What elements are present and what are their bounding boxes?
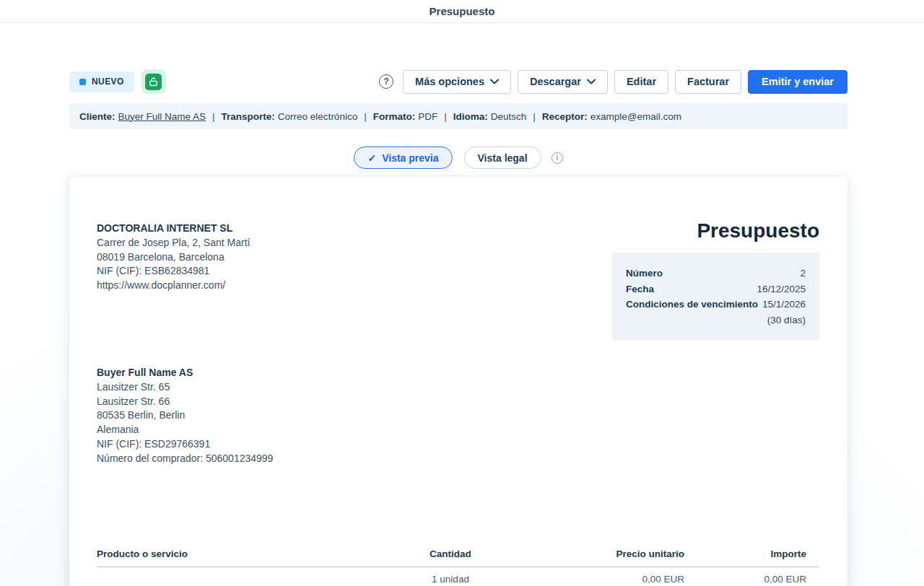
seller-website: https://www.docplanner.com/ — [97, 279, 250, 293]
view-tabs: ✓ Vista previa Vista legal i — [69, 146, 847, 169]
cell-product — [97, 574, 385, 585]
cell-amount: 0,00 EUR — [689, 574, 819, 585]
language-label: Idioma: — [453, 111, 488, 122]
edit-label: Editar — [627, 76, 656, 87]
chevron-down-icon — [490, 79, 499, 84]
document-preview: DOCTORALIA INTERNET SL Carrer de Josep P… — [69, 177, 847, 586]
client-link[interactable]: Buyer Full Name AS — [118, 111, 206, 122]
meta-label: Número — [626, 266, 663, 281]
tab-vista-previa[interactable]: ✓ Vista previa — [354, 146, 452, 169]
edit-button[interactable]: Editar — [614, 70, 668, 94]
line-items-table: Producto o servicio Cantidad Precio unit… — [97, 548, 819, 585]
info-glyph: i — [556, 154, 558, 162]
buyer-address-line: 80535 Berlin, Berlin — [97, 408, 819, 423]
seller-block: DOCTORALIA INTERNET SL Carrer de Josep P… — [97, 222, 250, 293]
table-row: 1 unidad 0,00 EUR 0,00 EUR — [97, 567, 819, 585]
invoice-label: Facturar — [687, 76, 729, 87]
seller-address-line: 08019 Barcelona, Barcelona — [97, 250, 250, 265]
main-area: NUEVO ? Más opciones — [0, 23, 924, 586]
transport-value: Correo electrónico — [278, 111, 357, 122]
tab-vista-legal[interactable]: Vista legal — [464, 146, 541, 169]
download-button[interactable]: Descargar — [518, 70, 608, 94]
seller-name: DOCTORALIA INTERNET SL — [97, 222, 250, 236]
language-value: Deutsch — [491, 111, 527, 122]
page-header: Presupuesto — [0, 0, 924, 23]
meta-value: 16/12/2025 — [757, 281, 806, 297]
receiver-value: example@email.com — [590, 111, 681, 122]
meta-value: (30 días) — [767, 312, 806, 328]
page-title: Presupuesto — [430, 5, 495, 17]
more-options-button[interactable]: Más opciones — [403, 70, 511, 94]
unlock-indicator-button[interactable] — [141, 69, 166, 94]
col-header-quantity: Cantidad — [385, 548, 515, 559]
toolbar: NUEVO ? Más opciones — [69, 23, 847, 94]
document-title: Presupuesto — [612, 219, 819, 243]
transport-label: Transporte: — [222, 111, 275, 122]
emit-and-send-button[interactable]: Emitir y enviar — [748, 70, 847, 94]
document-meta-box: Número 2 Fecha 16/12/2025 Condiciones de… — [612, 253, 819, 341]
format-value: PDF — [418, 111, 437, 122]
info-icon[interactable]: i — [552, 152, 563, 164]
document-info-bar: Cliente:Buyer Full Name AS | Transporte:… — [69, 103, 847, 129]
meta-value: 2 — [800, 266, 806, 281]
buyer-block: Buyer Full Name AS Lausitzer Str. 65 Lau… — [97, 366, 819, 466]
cell-quantity: 1 unidad — [385, 574, 515, 585]
more-options-label: Más opciones — [415, 76, 484, 87]
buyer-address-line: Lausitzer Str. 66 — [97, 395, 819, 409]
download-label: Descargar — [530, 76, 581, 87]
table-header-row: Producto o servicio Cantidad Precio unit… — [97, 548, 819, 567]
status-badge: NUEVO — [69, 71, 134, 92]
col-header-amount: Importe — [689, 548, 819, 559]
help-glyph: ? — [383, 76, 388, 87]
status-badge-label: NUEVO — [92, 76, 124, 87]
open-padlock-icon — [145, 74, 162, 90]
chevron-down-icon — [587, 79, 596, 84]
receiver-label: Receptor: — [542, 111, 588, 122]
cell-unit-price: 0,00 EUR — [515, 574, 689, 585]
buyer-number: Número del comprador: 506001234999 — [97, 452, 819, 466]
divider: | — [212, 111, 215, 122]
status-dot-icon — [79, 79, 86, 85]
format-label: Formato: — [373, 111, 416, 122]
tab-legal-label: Vista legal — [478, 152, 528, 164]
invoice-button[interactable]: Facturar — [675, 70, 741, 94]
buyer-address-line: Lausitzer Str. 65 — [97, 380, 819, 395]
col-header-product: Producto o servicio — [97, 548, 385, 559]
meta-label: Fecha — [626, 281, 654, 297]
seller-tax-id: NIF (CIF): ESB62834981 — [97, 264, 250, 279]
divider: | — [364, 111, 367, 122]
tab-preview-label: Vista previa — [382, 152, 438, 164]
seller-address-line: Carrer de Josep Pla, 2, Sant Martí — [97, 236, 250, 250]
client-label: Cliente: — [79, 111, 116, 122]
help-icon[interactable]: ? — [379, 74, 393, 89]
meta-label: Condiciones de vencimiento — [626, 297, 758, 312]
meta-value: 15/1/2026 — [762, 297, 806, 312]
divider: | — [533, 111, 536, 122]
check-icon: ✓ — [367, 152, 376, 164]
divider: | — [444, 111, 447, 122]
buyer-tax-id: NIF (CIF): ESD29766391 — [97, 437, 819, 452]
buyer-country: Alemania — [97, 423, 819, 437]
emit-label: Emitir y enviar — [762, 76, 834, 87]
buyer-name: Buyer Full Name AS — [97, 366, 819, 380]
col-header-unit-price: Precio unitario — [515, 548, 689, 559]
